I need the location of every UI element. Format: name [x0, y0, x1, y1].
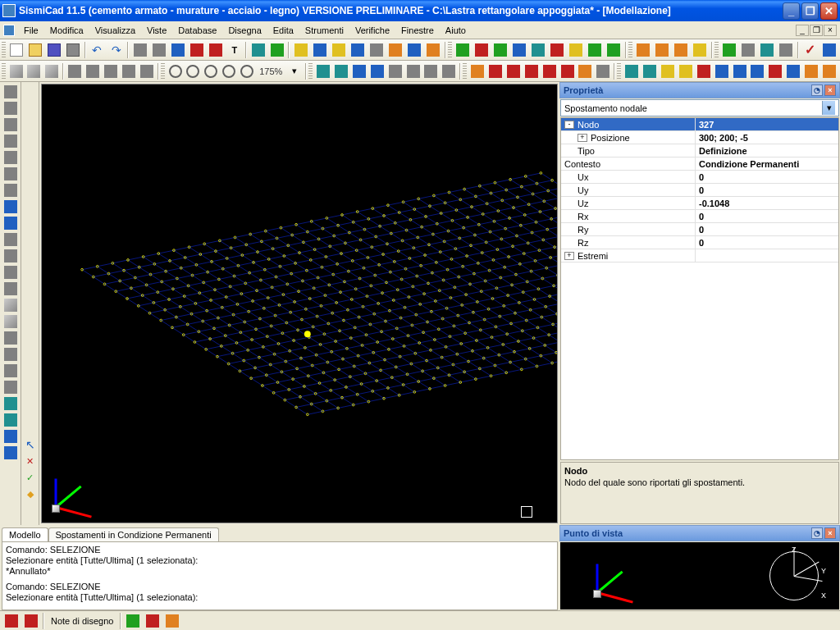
tool-button[interactable] — [641, 62, 658, 80]
tool-button[interactable] — [2, 379, 20, 395]
print-button[interactable] — [65, 41, 82, 59]
tool-button[interactable] — [333, 62, 349, 80]
new-button[interactable] — [8, 41, 25, 59]
tool-button[interactable] — [351, 62, 368, 80]
menu-finestre[interactable]: Finestre — [395, 24, 440, 37]
property-value[interactable]: 0 — [696, 236, 838, 249]
tool-button[interactable] — [678, 62, 694, 80]
tab-spostamenti[interactable]: Spostamenti in Condizione Permanenti — [48, 527, 219, 541]
open-button[interactable] — [27, 41, 44, 59]
mdi-minimize-button[interactable]: _ — [796, 25, 809, 36]
property-value[interactable]: 0 — [696, 223, 838, 235]
view-button[interactable] — [43, 62, 60, 80]
view-button[interactable] — [25, 62, 42, 80]
properties-header[interactable]: Proprietà ◔ × — [559, 82, 840, 98]
tool-button[interactable] — [2, 231, 20, 248]
tool-button[interactable] — [2, 215, 20, 231]
mdi-restore-button[interactable]: ❐ — [810, 25, 823, 36]
property-row[interactable]: -Nodo327 — [561, 118, 838, 131]
zoom-extents-button[interactable] — [239, 62, 255, 80]
pov-header[interactable]: Punto di vista ◔ × — [559, 525, 840, 541]
grip-icon[interactable] — [2, 42, 6, 58]
menu-modifica[interactable]: Modifica — [44, 24, 89, 37]
expand-toggle[interactable]: + — [564, 252, 574, 260]
view-button[interactable] — [66, 62, 83, 80]
property-row[interactable]: ContestoCondizione Permanenti — [561, 158, 838, 171]
tool-button[interactable] — [2, 346, 20, 363]
property-row[interactable]: Rx0 — [561, 210, 838, 223]
tool-button[interactable] — [188, 41, 205, 59]
expand-toggle[interactable]: + — [578, 134, 587, 142]
mdi-close-button[interactable]: × — [824, 25, 837, 36]
tool-button[interactable] — [441, 62, 457, 80]
tool-button[interactable] — [778, 41, 795, 59]
property-value[interactable]: 0 — [696, 171, 838, 183]
tool-button[interactable] — [740, 41, 757, 59]
tool-button[interactable]: ◆ — [21, 486, 39, 502]
panel-options-button[interactable]: ◔ — [811, 527, 823, 539]
grip-icon[interactable] — [308, 63, 313, 80]
grip-icon[interactable] — [161, 63, 165, 80]
panel-close-button[interactable]: × — [824, 527, 836, 539]
view-button[interactable] — [139, 62, 155, 80]
menu-database[interactable]: Database — [172, 24, 222, 37]
tool-button[interactable] — [454, 41, 472, 59]
property-value[interactable]: 0 — [696, 184, 838, 196]
tool-button[interactable]: ✓ — [21, 469, 39, 486]
tool-button[interactable] — [292, 41, 309, 59]
tool-button[interactable] — [2, 199, 20, 215]
tool-button[interactable] — [759, 41, 776, 59]
tool-button[interactable] — [714, 62, 730, 80]
property-row[interactable]: Uy0 — [561, 184, 838, 197]
tool-button[interactable] — [2, 166, 20, 182]
tool-button[interactable] — [2, 281, 20, 297]
tool-button[interactable] — [473, 41, 491, 59]
tool-button[interactable] — [405, 62, 422, 80]
panel-close-button[interactable]: × — [824, 84, 836, 96]
tool-button[interactable] — [541, 62, 558, 80]
tool-button[interactable] — [425, 41, 442, 59]
view-button[interactable] — [84, 62, 101, 80]
property-value[interactable]: 327 — [696, 118, 838, 130]
zoom-window-button[interactable] — [221, 62, 237, 80]
tool-button[interactable] — [696, 62, 712, 80]
view-button[interactable] — [8, 62, 25, 80]
properties-type-dropdown[interactable]: Spostamento nodale ▾ — [560, 99, 839, 116]
viewport-3d[interactable] — [41, 84, 558, 523]
view-button[interactable] — [103, 62, 119, 80]
zoom-out-button[interactable] — [203, 62, 219, 80]
tool-button[interactable] — [150, 41, 167, 59]
grip-icon[interactable] — [714, 42, 719, 58]
tool-button[interactable] — [578, 62, 594, 80]
tool-button[interactable] — [368, 41, 386, 59]
property-value[interactable]: Definizione — [696, 144, 838, 157]
property-row[interactable]: Rz0 — [561, 236, 838, 249]
tool-button[interactable] — [820, 41, 838, 59]
property-value[interactable]: -0.1048 — [696, 197, 838, 209]
note-label[interactable]: Note di disegno — [46, 616, 118, 626]
tool-button[interactable] — [511, 41, 528, 59]
property-row[interactable]: Ux0 — [561, 171, 838, 184]
property-value[interactable]: Condizione Permanenti — [696, 158, 838, 170]
menu-disegna[interactable]: Disegna — [222, 24, 267, 37]
tool-button[interactable] — [349, 41, 367, 59]
tool-button[interactable] — [505, 62, 522, 80]
tool-button[interactable] — [124, 612, 142, 630]
tool-button[interactable] — [2, 395, 20, 412]
tool-button[interactable] — [2, 264, 20, 281]
tool-button[interactable] — [2, 363, 20, 379]
property-row[interactable]: +Estremi — [561, 249, 838, 262]
tool-button[interactable] — [422, 62, 439, 80]
tool-button[interactable] — [749, 62, 765, 80]
zoom-button[interactable] — [167, 62, 184, 80]
tool-button[interactable] — [487, 62, 504, 80]
tool-button[interactable] — [207, 41, 224, 59]
tool-button[interactable] — [803, 62, 819, 80]
tool-button[interactable] — [635, 41, 652, 59]
grip-icon[interactable] — [448, 42, 452, 58]
tool-button[interactable] — [2, 133, 20, 149]
tool-button[interactable] — [268, 41, 285, 59]
tool-button[interactable] — [530, 41, 547, 59]
tool-button[interactable] — [732, 62, 748, 80]
tool-button[interactable] — [163, 612, 181, 630]
